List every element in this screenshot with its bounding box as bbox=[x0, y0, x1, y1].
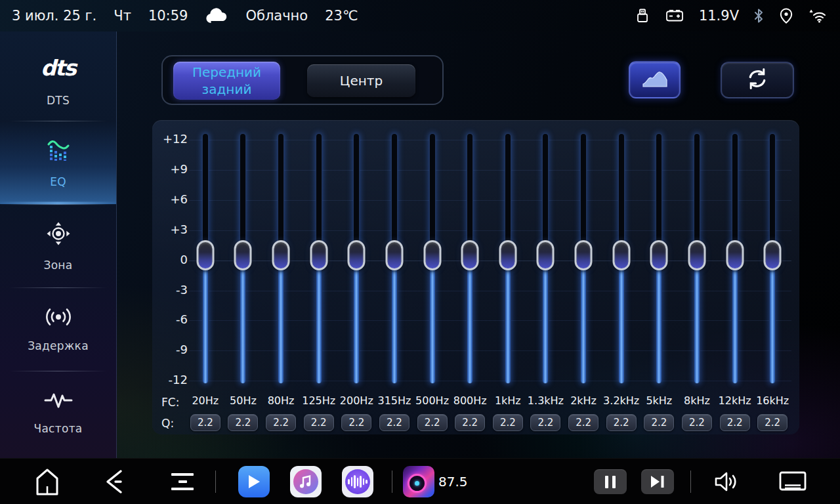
eq-slider-thumb[interactable] bbox=[234, 240, 252, 270]
fc-row-label: FC: bbox=[161, 396, 179, 409]
head-unit-screen: 3 июл. 25 г. Чт 10:59 Облачно 23℃ 11 bbox=[0, 0, 840, 504]
eq-slider-thumb[interactable] bbox=[461, 240, 479, 270]
eq-band-frequency-label: 125Hz bbox=[300, 394, 338, 407]
eq-band-q-button[interactable]: 2.2 bbox=[568, 414, 598, 431]
eq-reset-button[interactable] bbox=[721, 62, 794, 98]
video-player-app[interactable] bbox=[238, 459, 270, 504]
eq-slider-thumb[interactable] bbox=[385, 240, 403, 270]
eq-band-q-button[interactable]: 2.2 bbox=[266, 414, 296, 431]
status-weekday: Чт bbox=[114, 8, 131, 24]
tab-center[interactable]: Центр bbox=[307, 64, 415, 97]
eq-band-q-button[interactable]: 2.2 bbox=[530, 414, 560, 431]
eq-band-q-button[interactable]: 2.2 bbox=[493, 414, 523, 431]
sidebar-item-frequency[interactable]: Частота bbox=[0, 371, 116, 454]
eq-band-q-button[interactable]: 2.2 bbox=[720, 414, 750, 431]
eq-slider-thumb[interactable] bbox=[272, 240, 290, 270]
eq-slider-thumb[interactable] bbox=[764, 240, 782, 270]
frequency-icon bbox=[44, 391, 73, 412]
home-button[interactable] bbox=[32, 459, 63, 504]
music-app[interactable] bbox=[290, 459, 322, 504]
eq-band-frequency-label: 20Hz bbox=[186, 394, 224, 407]
eq-band-q-button[interactable]: 2.2 bbox=[606, 414, 637, 431]
menu-icon bbox=[171, 473, 194, 490]
eq-slider-thumb[interactable] bbox=[726, 240, 744, 270]
visualizer-app-icon bbox=[342, 466, 373, 497]
status-voltage: 11.9V bbox=[699, 8, 739, 24]
eq-slider-fill bbox=[770, 264, 775, 383]
cloud-icon bbox=[205, 7, 228, 24]
eq-band-column: 315Hz 2.2 bbox=[375, 120, 413, 434]
eq-slider-thumb[interactable] bbox=[499, 240, 516, 270]
eq-band-frequency-label: 500Hz bbox=[413, 394, 452, 407]
location-icon bbox=[778, 7, 794, 24]
music-app-icon bbox=[290, 466, 322, 497]
eq-scale-label: -9 bbox=[159, 343, 188, 356]
eq-band-frequency-label: 8kHz bbox=[678, 394, 716, 407]
eq-band-column: 200Hz 2.2 bbox=[338, 120, 376, 434]
eq-curve-icon bbox=[640, 68, 669, 92]
eq-band-q-button[interactable]: 2.2 bbox=[304, 414, 334, 431]
sidebar-item-label: Зона bbox=[43, 259, 72, 272]
eq-slider-fill bbox=[278, 264, 284, 383]
eq-band-column: 50Hz 2.2 bbox=[224, 120, 262, 434]
eq-band-frequency-label: 1.3kHz bbox=[527, 394, 565, 407]
eq-band-frequency-label: 800Hz bbox=[451, 394, 489, 407]
zone-icon bbox=[46, 221, 71, 249]
eq-band-q-button[interactable]: 2.2 bbox=[228, 414, 258, 431]
eq-band-column: 5kHz 2.2 bbox=[640, 120, 679, 434]
visualizer-app[interactable] bbox=[342, 459, 373, 504]
eq-slider-thumb[interactable] bbox=[196, 240, 214, 270]
bottom-nav-bar: 87.5 bbox=[0, 458, 840, 504]
eq-scale-label: +6 bbox=[159, 192, 188, 206]
sidebar-item-zone[interactable]: Зона bbox=[0, 205, 116, 287]
next-track-button[interactable] bbox=[641, 459, 674, 504]
eq-band-q-button[interactable]: 2.2 bbox=[757, 414, 788, 431]
eq-scale-label: +12 bbox=[159, 132, 188, 146]
eq-band-frequency-label: 5kHz bbox=[640, 394, 679, 407]
eq-band-q-button[interactable]: 2.2 bbox=[341, 414, 371, 431]
eq-band-column: 80Hz 2.2 bbox=[262, 120, 300, 434]
display-off-button[interactable] bbox=[777, 459, 808, 504]
eq-slider-thumb[interactable] bbox=[423, 240, 441, 270]
eq-slider-thumb[interactable] bbox=[688, 240, 705, 270]
eq-sliders-row: 20Hz 2.2 50Hz 2.2 80Hz 2.2 125Hz bbox=[186, 120, 791, 434]
eq-scale-label: 0 bbox=[159, 253, 188, 266]
eq-band-q-button[interactable]: 2.2 bbox=[417, 414, 448, 431]
sidebar-item-eq[interactable]: EQ bbox=[0, 121, 116, 204]
eq-slider-thumb[interactable] bbox=[612, 240, 630, 270]
eq-band-q-button[interactable]: 2.2 bbox=[190, 414, 220, 431]
eq-scale-label: +9 bbox=[159, 162, 188, 176]
eq-band-q-button[interactable]: 2.2 bbox=[379, 414, 410, 431]
eq-band-q-button[interactable]: 2.2 bbox=[682, 414, 712, 431]
menu-button[interactable] bbox=[167, 459, 198, 504]
pause-button[interactable] bbox=[594, 459, 627, 504]
volume-button[interactable] bbox=[710, 459, 742, 504]
eq-band-frequency-label: 3.2kHz bbox=[602, 394, 640, 407]
eq-preset-curve-button[interactable] bbox=[629, 61, 681, 98]
eq-slider-thumb[interactable] bbox=[310, 240, 327, 270]
status-time: 10:59 bbox=[148, 8, 188, 24]
eq-band-q-button[interactable]: 2.2 bbox=[644, 414, 674, 431]
eq-band-q-button[interactable]: 2.2 bbox=[455, 414, 485, 431]
eq-band-column: 800Hz 2.2 bbox=[451, 120, 489, 434]
eq-scale-label: +3 bbox=[159, 222, 188, 236]
tab-front-rear[interactable]: Передний задний bbox=[173, 62, 280, 100]
eq-band-frequency-label: 16kHz bbox=[753, 394, 791, 407]
eq-slider-fill bbox=[467, 264, 472, 383]
tab-center-label: Центр bbox=[340, 73, 383, 89]
eq-slider-thumb[interactable] bbox=[348, 240, 366, 270]
eq-slider-fill bbox=[203, 264, 208, 383]
pause-icon bbox=[594, 469, 627, 494]
sidebar-item-delay[interactable]: Задержка bbox=[0, 288, 116, 371]
radio-app[interactable] bbox=[403, 459, 434, 504]
sidebar-item-dts[interactable]: dts DTS bbox=[0, 38, 116, 121]
eq-band-column: 1.3kHz 2.2 bbox=[527, 120, 565, 434]
bottom-bar-divider bbox=[392, 471, 392, 493]
bottom-bar-divider bbox=[690, 471, 691, 493]
eq-slider-thumb[interactable] bbox=[537, 240, 555, 270]
eq-band-column: 16kHz 2.2 bbox=[753, 120, 791, 434]
back-button[interactable] bbox=[97, 459, 129, 504]
eq-band-column: 8kHz 2.2 bbox=[678, 120, 716, 434]
eq-slider-thumb[interactable] bbox=[575, 240, 593, 270]
eq-slider-thumb[interactable] bbox=[650, 240, 668, 270]
